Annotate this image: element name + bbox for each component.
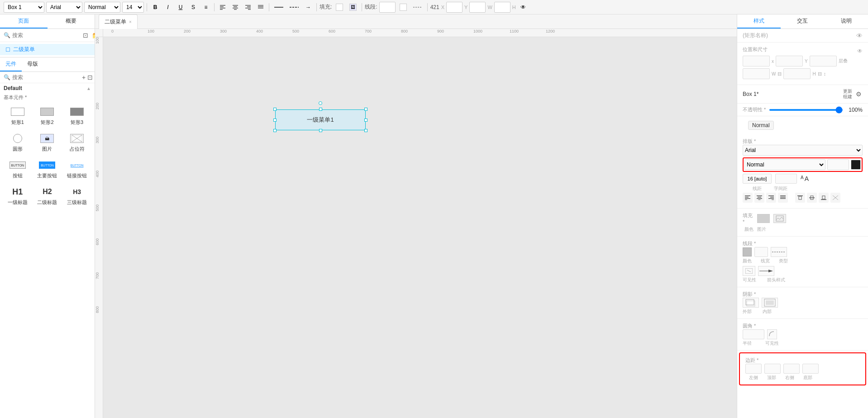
fill-image-btn-r[interactable] xyxy=(773,214,786,223)
w-input[interactable]: 240 xyxy=(469,2,486,13)
page-item-0[interactable]: ☐ 二级菜单 xyxy=(0,44,95,55)
canvas-viewport[interactable]: 一级菜单1 xyxy=(103,37,737,418)
font-color-swatch[interactable] xyxy=(851,160,861,170)
handle-bot-mid[interactable] xyxy=(319,129,322,132)
y-input[interactable]: 213 xyxy=(446,2,463,13)
stroke-width-input[interactable]: 3 xyxy=(379,2,396,13)
corner-radius-input[interactable]: 0 xyxy=(743,329,764,339)
canvas-tab-close[interactable]: × xyxy=(129,19,132,24)
shadow-outer-btn[interactable] xyxy=(743,298,759,308)
handle-bot-right[interactable] xyxy=(364,129,367,132)
right-tab-interact[interactable]: 交互 xyxy=(781,14,824,28)
component-rect2[interactable]: 矩形2 xyxy=(33,104,62,128)
component-settings-btn[interactable]: ⚙ xyxy=(855,88,863,100)
stroke-color-btn[interactable] xyxy=(397,2,409,13)
component-placeholder[interactable]: 占位符 xyxy=(63,130,91,155)
tab-component[interactable]: 元件 xyxy=(0,57,22,71)
line-height-input[interactable] xyxy=(743,174,772,184)
component-link-button[interactable]: BUTTON 链接按钮 xyxy=(63,157,91,182)
h-input[interactable]: 50 xyxy=(494,2,510,13)
component-rect1[interactable]: 矩形1 xyxy=(4,104,32,128)
h-size-input[interactable]: 50 xyxy=(783,68,811,79)
margin-right-input[interactable]: 2 xyxy=(783,364,800,374)
valign-mid-btn[interactable] xyxy=(807,193,817,203)
stroke-visible-btn[interactable] xyxy=(743,266,755,276)
w-size-input[interactable]: 240 xyxy=(743,68,770,79)
fill-color-btn[interactable] xyxy=(334,2,345,13)
align-justify-btn[interactable] xyxy=(255,2,266,13)
font-style-select[interactable]: Normal xyxy=(84,2,120,13)
component-h1[interactable]: H1 一级标题 xyxy=(4,184,32,209)
handle-mid-left[interactable] xyxy=(273,119,277,122)
handle-mid-right[interactable] xyxy=(364,119,367,122)
add-component-btn[interactable]: + xyxy=(82,74,86,81)
text-align-left-btn[interactable] xyxy=(743,193,753,203)
underline-btn[interactable]: U xyxy=(175,2,186,13)
component-primary-button[interactable]: BUTTON 主要按钮 xyxy=(33,157,62,182)
component-circle[interactable]: 圆形 xyxy=(4,130,32,155)
valign-bot-btn[interactable] xyxy=(819,193,829,203)
stroke-type-btn[interactable] xyxy=(411,2,424,13)
component-button[interactable]: BUTTON 按钮 xyxy=(4,157,32,182)
flip-btn[interactable]: ↕ xyxy=(824,71,826,76)
valign-none-btn[interactable] xyxy=(830,193,840,203)
stroke-color-swatch[interactable] xyxy=(743,247,752,256)
component-search-input[interactable] xyxy=(12,74,80,81)
fill-color-btn-r[interactable] xyxy=(757,214,770,223)
lock-size-btn[interactable]: ⊟ xyxy=(818,71,822,77)
new-folder-btn[interactable]: ⊡ xyxy=(82,31,89,40)
text-align-justify-btn[interactable] xyxy=(778,193,788,203)
font-family-select-r[interactable]: Arial xyxy=(743,145,863,156)
component-h3[interactable]: H3 三级标题 xyxy=(63,184,91,209)
tab-page[interactable]: 页面 xyxy=(0,14,48,28)
opacity-slider[interactable] xyxy=(769,109,843,111)
strikethrough-btn[interactable]: S xyxy=(188,2,199,13)
y-pos-input[interactable]: 213 xyxy=(776,56,803,66)
margin-top-input[interactable]: 2 xyxy=(764,364,781,374)
font-family-select[interactable]: Arial xyxy=(46,2,82,13)
canvas-element[interactable]: 一级菜单1 xyxy=(275,109,366,130)
page-search-input[interactable] xyxy=(12,32,80,38)
right-tab-style[interactable]: 样式 xyxy=(737,14,781,28)
tab-master[interactable]: 母版 xyxy=(22,57,43,71)
corner-visibility-btn[interactable] xyxy=(767,329,777,339)
line-solid-btn[interactable] xyxy=(272,2,286,13)
italic-btn[interactable]: I xyxy=(162,2,173,13)
component-h2[interactable]: H2 二级标题 xyxy=(33,184,62,209)
line-arrow-btn[interactable]: → xyxy=(303,2,314,13)
margin-bottom-input[interactable]: 2 xyxy=(802,364,819,374)
component-image[interactable]: 图片 xyxy=(33,130,62,155)
element-box[interactable]: 一级菜单1 xyxy=(275,109,366,130)
font-size-select[interactable]: 14 xyxy=(122,2,144,13)
handle-top-right[interactable] xyxy=(364,108,367,111)
bold-btn[interactable]: B xyxy=(150,2,161,13)
font-style-select-r[interactable]: Normal xyxy=(744,159,825,170)
eye-btn[interactable]: 👁 xyxy=(518,2,529,13)
fill-image-btn[interactable]: 🖼 xyxy=(347,2,359,13)
selected-box[interactable]: 一级菜单1 xyxy=(275,109,366,130)
right-tab-desc[interactable]: 说明 xyxy=(825,14,868,28)
align-center-btn[interactable] xyxy=(230,2,241,13)
char-spacing-input[interactable]: 1 xyxy=(775,174,797,184)
stroke-end-select[interactable] xyxy=(758,266,774,276)
line-dashed-btn[interactable] xyxy=(287,2,301,13)
update-btn[interactable]: 更新组建 xyxy=(842,88,853,100)
component-copy-btn[interactable]: ⊡ xyxy=(87,74,93,81)
rotate-handle[interactable] xyxy=(319,101,322,105)
component-rect3[interactable]: 矩形3 xyxy=(63,104,91,128)
canvas-tab-main[interactable]: 二级菜单 × xyxy=(99,14,138,29)
align-right-btn[interactable] xyxy=(243,2,253,13)
stroke-type-select[interactable] xyxy=(771,247,787,257)
element-visibility-icon[interactable]: 👁 xyxy=(856,32,863,39)
layer-name-select[interactable]: Box 1 xyxy=(4,2,44,13)
z-pos-input[interactable]: 0 xyxy=(810,56,837,66)
handle-bot-left[interactable] xyxy=(273,129,277,132)
text-align-right-btn[interactable] xyxy=(766,193,776,203)
font-size-input-r[interactable]: 14 xyxy=(827,159,849,170)
tab-overview[interactable]: 概要 xyxy=(48,14,95,28)
text-align-center-btn[interactable] xyxy=(754,193,764,203)
list-btn[interactable]: ≡ xyxy=(200,2,211,13)
align-left-btn[interactable] xyxy=(217,2,228,13)
handle-top-mid[interactable] xyxy=(319,108,322,111)
shadow-inner-btn[interactable] xyxy=(762,298,778,308)
